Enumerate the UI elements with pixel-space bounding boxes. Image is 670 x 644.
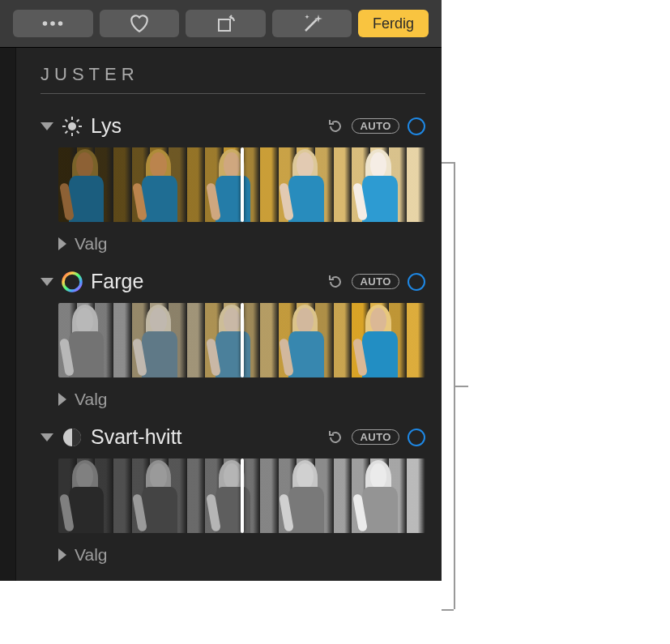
auto-enhance-button[interactable] <box>272 10 352 37</box>
adjust-section-light: Lys AUTO <box>41 114 425 254</box>
options-label: Valg <box>75 545 107 565</box>
disclosure-triangle-icon <box>58 548 66 561</box>
svg-line-4 <box>305 19 317 31</box>
section-label: Lys <box>91 114 319 138</box>
auto-button[interactable]: AUTO <box>352 118 399 134</box>
content: JUSTER Lys AUTO <box>16 48 442 581</box>
rotate-icon <box>214 13 237 35</box>
disclosure-triangle-icon <box>58 237 66 250</box>
slider-thumb <box>58 458 132 533</box>
slider-thumb <box>279 458 352 533</box>
slider-thumb <box>352 303 425 377</box>
section-header: Farge AUTO <box>41 270 425 293</box>
slider-thumb <box>132 147 206 222</box>
section-label: Farge <box>91 270 319 293</box>
adjustment-slider[interactable] <box>58 303 425 377</box>
adjust-section-color: Farge AUTO <box>41 270 425 409</box>
panel-title: JUSTER <box>41 64 425 94</box>
toolbar: Ferdig <box>0 0 442 48</box>
slider-thumb <box>352 458 425 533</box>
slider-handle[interactable] <box>241 303 244 377</box>
adjustment-slider[interactable] <box>58 147 425 222</box>
reset-icon[interactable] <box>327 429 344 446</box>
section-header: Lys AUTO <box>41 114 425 138</box>
slider-thumb <box>352 147 425 222</box>
favorite-button[interactable] <box>100 10 180 37</box>
slider-thumb <box>279 303 352 377</box>
auto-button[interactable]: AUTO <box>352 274 399 289</box>
svg-line-11 <box>77 130 79 133</box>
options-label: Valg <box>75 234 107 254</box>
active-indicator-icon[interactable] <box>408 429 425 446</box>
slider-thumb <box>58 147 132 222</box>
disclosure-triangle-icon[interactable] <box>41 122 53 130</box>
ellipsis-icon <box>42 18 63 30</box>
svg-point-2 <box>58 21 63 26</box>
done-button[interactable]: Ferdig <box>358 10 429 37</box>
svg-point-5 <box>68 122 76 130</box>
color-icon <box>62 271 83 292</box>
disclosure-triangle-icon <box>58 393 66 406</box>
left-strip <box>0 48 16 581</box>
slider-thumb <box>279 147 352 222</box>
callout-line <box>454 386 468 387</box>
callout-line <box>442 609 454 611</box>
heart-icon <box>129 13 150 35</box>
options-row[interactable]: Valg <box>58 390 425 409</box>
options-label: Valg <box>75 390 107 409</box>
rotate-button[interactable] <box>186 10 266 37</box>
svg-line-12 <box>66 130 68 133</box>
auto-button[interactable]: AUTO <box>352 429 399 445</box>
options-row[interactable]: Valg <box>58 234 425 254</box>
svg-line-13 <box>77 119 79 122</box>
more-button[interactable] <box>13 10 93 37</box>
disclosure-triangle-icon[interactable] <box>41 433 53 441</box>
active-indicator-icon[interactable] <box>408 117 425 135</box>
light-icon <box>62 116 83 137</box>
disclosure-triangle-icon[interactable] <box>41 278 53 286</box>
active-indicator-icon[interactable] <box>408 273 425 291</box>
adjust-panel: Ferdig JUSTER Lys AUTO <box>0 0 442 581</box>
callout-line <box>442 162 454 164</box>
reset-icon[interactable] <box>327 274 344 290</box>
adjust-section-bw: Svart-hvitt AUTO <box>41 425 425 565</box>
section-label: Svart-hvitt <box>91 425 319 449</box>
slider-handle[interactable] <box>241 458 244 533</box>
options-row[interactable]: Valg <box>58 545 425 565</box>
reset-icon[interactable] <box>327 118 344 134</box>
bw-icon <box>62 427 83 448</box>
slider-thumb <box>132 458 206 533</box>
svg-point-14 <box>63 273 81 291</box>
slider-thumb <box>132 303 206 377</box>
wand-icon <box>301 13 323 35</box>
main-area: JUSTER Lys AUTO <box>0 48 442 581</box>
svg-point-1 <box>50 21 55 26</box>
svg-rect-3 <box>219 19 230 31</box>
slider-handle[interactable] <box>241 147 244 222</box>
section-header: Svart-hvitt AUTO <box>41 425 425 449</box>
svg-point-0 <box>43 21 48 26</box>
slider-thumb <box>58 303 132 377</box>
adjustment-slider[interactable] <box>58 458 425 533</box>
svg-line-10 <box>66 119 68 122</box>
